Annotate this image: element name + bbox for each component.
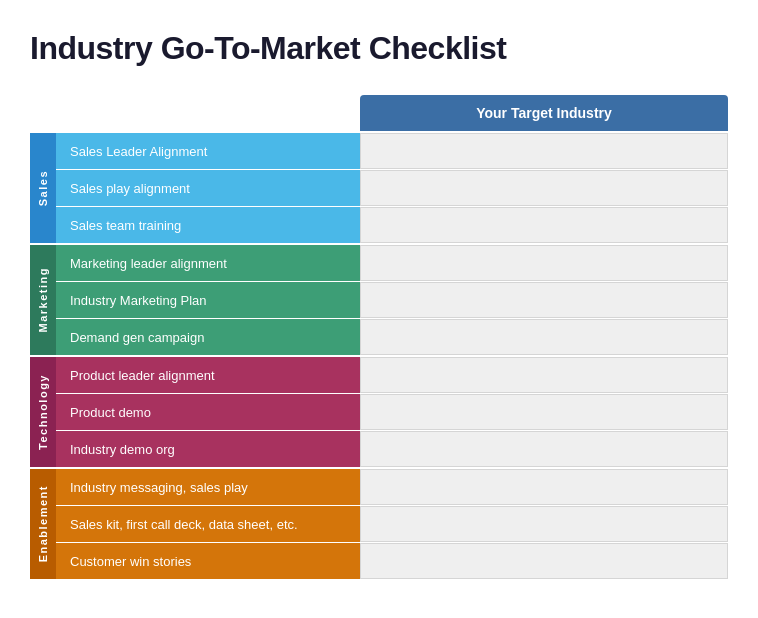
value-cell[interactable] — [360, 469, 728, 505]
row-label: Product leader alignment — [56, 357, 360, 393]
section-label-technology: Technology — [30, 357, 56, 467]
row-label: Marketing leader alignment — [56, 245, 360, 281]
table-row: Marketing leader alignment — [56, 245, 728, 281]
table-row: Industry demo org — [56, 431, 728, 467]
table-row: Sales Leader Alignment — [56, 133, 728, 169]
table-row: Product leader alignment — [56, 357, 728, 393]
column-header: Your Target Industry — [360, 95, 728, 131]
row-label: Customer win stories — [56, 543, 360, 579]
row-label: Sales kit, first call deck, data sheet, … — [56, 506, 360, 542]
value-cell[interactable] — [360, 282, 728, 318]
value-cell[interactable] — [360, 207, 728, 243]
value-cell[interactable] — [360, 319, 728, 355]
value-cell[interactable] — [360, 506, 728, 542]
table-row: Industry messaging, sales play — [56, 469, 728, 505]
row-label: Industry Marketing Plan — [56, 282, 360, 318]
section-sales: SalesSales Leader AlignmentSales play al… — [30, 133, 728, 243]
table-row: Sales kit, first call deck, data sheet, … — [56, 506, 728, 542]
table-row: Customer win stories — [56, 543, 728, 579]
row-label: Industry messaging, sales play — [56, 469, 360, 505]
row-label: Demand gen campaign — [56, 319, 360, 355]
checklist-table: Your Target Industry SalesSales Leader A… — [30, 95, 728, 579]
row-label: Sales Leader Alignment — [56, 133, 360, 169]
table-row: Sales team training — [56, 207, 728, 243]
section-enablement: EnablementIndustry messaging, sales play… — [30, 469, 728, 579]
value-cell[interactable] — [360, 170, 728, 206]
table-row: Sales play alignment — [56, 170, 728, 206]
value-cell[interactable] — [360, 543, 728, 579]
row-label: Industry demo org — [56, 431, 360, 467]
section-label-marketing: Marketing — [30, 245, 56, 355]
section-technology: TechnologyProduct leader alignmentProduc… — [30, 357, 728, 467]
row-label: Product demo — [56, 394, 360, 430]
section-label-enablement: Enablement — [30, 469, 56, 579]
sections-container: SalesSales Leader AlignmentSales play al… — [30, 133, 728, 579]
value-cell[interactable] — [360, 245, 728, 281]
table-row: Industry Marketing Plan — [56, 282, 728, 318]
section-label-sales: Sales — [30, 133, 56, 243]
row-label: Sales team training — [56, 207, 360, 243]
row-label: Sales play alignment — [56, 170, 360, 206]
table-row: Product demo — [56, 394, 728, 430]
value-cell[interactable] — [360, 133, 728, 169]
value-cell[interactable] — [360, 431, 728, 467]
page-title: Industry Go-To-Market Checklist — [30, 30, 728, 67]
table-row: Demand gen campaign — [56, 319, 728, 355]
section-marketing: MarketingMarketing leader alignmentIndus… — [30, 245, 728, 355]
value-cell[interactable] — [360, 394, 728, 430]
value-cell[interactable] — [360, 357, 728, 393]
